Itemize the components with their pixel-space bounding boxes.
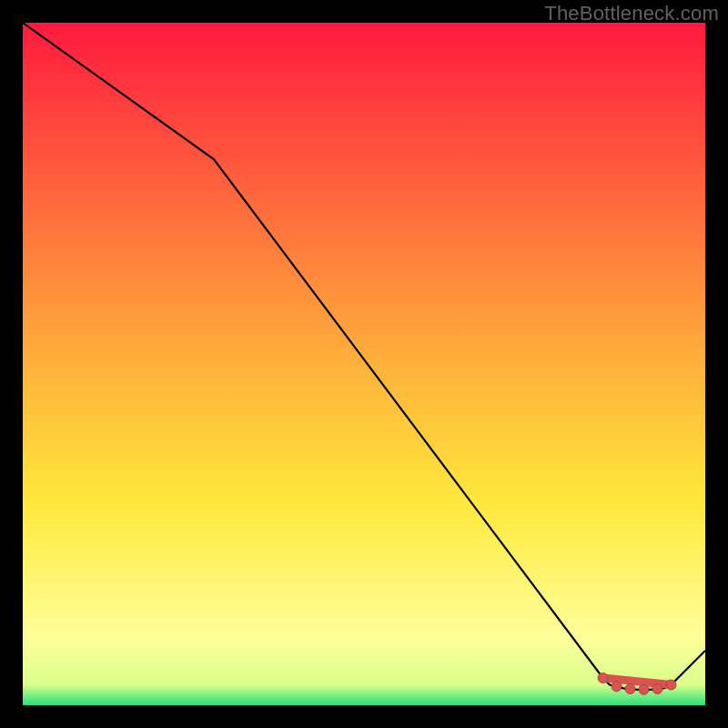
- data-marker: [625, 684, 635, 694]
- chart-container: TheBottleneck.com: [0, 0, 728, 728]
- data-marker: [666, 680, 676, 690]
- heatmap-background: [23, 23, 705, 705]
- data-marker: [652, 684, 662, 694]
- chart-plot: [23, 23, 705, 705]
- data-marker: [612, 682, 622, 692]
- data-marker: [639, 684, 649, 694]
- data-marker: [598, 673, 608, 683]
